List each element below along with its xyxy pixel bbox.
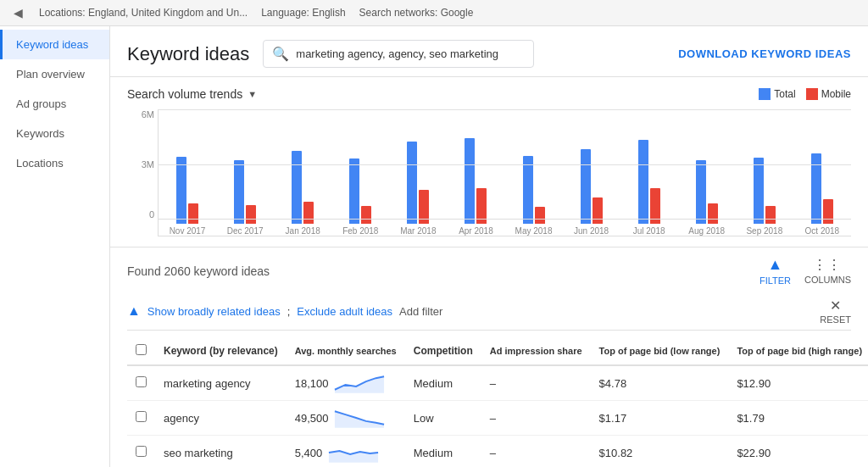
month-group: Apr 2018	[447, 109, 504, 236]
legend-total: Total	[759, 88, 795, 100]
broadly-related-link[interactable]: Show broadly related ideas	[147, 305, 281, 318]
y-label-3m: 3M	[142, 159, 154, 170]
bar-mobile	[361, 206, 371, 224]
month-label: Mar 2018	[400, 224, 436, 236]
bid-low-cell: $4.78	[591, 365, 729, 401]
columns-label: COLUMNS	[804, 275, 851, 285]
chart-title-row: Search volume trends ▼ Total Mobile	[127, 87, 851, 101]
bar-total	[581, 149, 591, 224]
searches-cell: 49,500	[287, 401, 405, 436]
month-label: Jan 2018	[286, 224, 320, 236]
row-checkbox[interactable]	[136, 446, 147, 457]
sidebar-item-keyword-ideas[interactable]: Keyword ideas	[0, 30, 109, 59]
month-group: Sep 2018	[736, 109, 793, 236]
page-title: Keyword ideas	[127, 43, 249, 65]
sidebar-item-locations[interactable]: Locations	[0, 148, 109, 178]
month-group: Feb 2018	[331, 109, 389, 236]
keyword-cell: seo marketing	[155, 436, 287, 468]
month-label: Aug 2018	[688, 224, 725, 236]
bar-mobile	[419, 190, 429, 224]
month-label: Oct 2018	[805, 224, 840, 236]
chevron-down-icon[interactable]: ▼	[248, 89, 257, 99]
found-count: Found 2060 keyword ideas	[127, 264, 270, 278]
filter-left: ▲ Show broadly related ideas ; Exclude a…	[127, 303, 442, 319]
bar-total	[811, 153, 821, 224]
top-bar: ◀ Locations: England, United Kingdom and…	[0, 0, 868, 26]
toolbar-right: ▲ FILTER ⋮⋮ COLUMNS	[760, 256, 851, 286]
bar-mobile	[650, 188, 660, 224]
bar-total	[407, 142, 417, 224]
chart-area: Nov 2017Dec 2017Jan 2018Feb 2018Mar 2018…	[158, 109, 851, 236]
competition-cell: Medium	[405, 365, 481, 401]
search-input[interactable]	[296, 47, 525, 60]
row-checkbox[interactable]	[136, 376, 147, 387]
keyword-cell: agency	[155, 401, 287, 436]
row-checkbox[interactable]	[136, 411, 147, 422]
month-label: May 2018	[515, 224, 553, 236]
y-label-6m: 6M	[142, 109, 154, 120]
month-label: Jun 2018	[574, 224, 609, 236]
search-box[interactable]: 🔍	[263, 40, 534, 68]
download-button[interactable]: DOWNLOAD KEYWORD IDEAS	[678, 47, 851, 60]
month-label: Sep 2018	[746, 224, 782, 236]
bar-mobile	[593, 197, 603, 224]
language-info: Language: English	[261, 7, 345, 19]
month-group: May 2018	[504, 109, 562, 236]
bar-mobile	[476, 188, 487, 224]
reset-button[interactable]: ✕ RESET	[820, 297, 851, 325]
month-group: Nov 2017	[159, 109, 216, 236]
month-label: Jul 2018	[633, 224, 665, 236]
columns-button[interactable]: ⋮⋮ COLUMNS	[804, 257, 851, 285]
search-networks-info: Search networks: Google	[359, 7, 474, 19]
bar-mobile	[765, 206, 776, 224]
bar-mobile	[823, 199, 833, 224]
legend-mobile: Mobile	[806, 88, 851, 100]
bid-low-cell: $10.82	[591, 436, 729, 468]
chart-section: Search volume trends ▼ Total Mobile	[110, 77, 868, 247]
filter-button[interactable]: ▲ FILTER	[760, 256, 791, 286]
month-label: Dec 2017	[227, 224, 264, 236]
month-label: Apr 2018	[459, 224, 493, 236]
bar-mobile	[188, 203, 198, 224]
bid-high-cell: $1.79	[728, 401, 868, 436]
bid-low-cell: $1.17	[591, 401, 729, 436]
competition-cell: Low	[405, 401, 481, 436]
bid-high-cell: $22.90	[728, 436, 868, 468]
month-group: Oct 2018	[793, 109, 851, 236]
impression-cell: –	[481, 436, 591, 468]
collapse-arrow[interactable]: ◀	[10, 5, 25, 20]
chart-bars: Nov 2017Dec 2017Jan 2018Feb 2018Mar 2018…	[158, 109, 851, 236]
sidebar-item-plan-overview[interactable]: Plan overview	[0, 59, 109, 89]
bar-mobile	[303, 202, 314, 224]
total-color-box	[759, 88, 771, 100]
sidebar-item-keywords[interactable]: Keywords	[0, 119, 109, 148]
month-group: Mar 2018	[389, 109, 447, 236]
add-filter-btn[interactable]: Add filter	[399, 305, 442, 318]
main-content: Keyword ideas 🔍 DOWNLOAD KEYWORD IDEAS S…	[110, 26, 868, 467]
close-icon: ✕	[830, 297, 841, 314]
exclude-adult-link[interactable]: Exclude adult ideas	[297, 305, 392, 318]
legend-mobile-label: Mobile	[821, 88, 851, 100]
searches-cell: 18,100	[287, 365, 405, 401]
search-icon: 🔍	[272, 46, 289, 62]
select-all-header[interactable]	[127, 337, 155, 365]
keywords-table: Keyword (by relevance) Avg. monthly sear…	[127, 337, 868, 467]
keyword-cell: marketing agency	[155, 365, 287, 401]
filter-label: FILTER	[760, 275, 791, 286]
col-header-keyword: Keyword (by relevance)	[155, 337, 287, 365]
month-label: Nov 2017	[170, 224, 206, 236]
searches-cell: 5,400	[287, 436, 405, 468]
sidebar: Keyword ideas Plan overview Ad groups Ke…	[0, 26, 110, 467]
keywords-section: Found 2060 keyword ideas ▲ FILTER ⋮⋮ COL…	[110, 247, 868, 467]
month-group: Aug 2018	[678, 109, 736, 236]
month-group: Dec 2017	[216, 109, 274, 236]
bar-mobile	[246, 205, 256, 224]
bar-total	[234, 160, 244, 224]
page-header: Keyword ideas 🔍 DOWNLOAD KEYWORD IDEAS	[110, 26, 868, 77]
sidebar-item-ad-groups[interactable]: Ad groups	[0, 89, 109, 119]
bid-high-cell: $12.90	[728, 365, 868, 401]
locations-info: Locations: England, United Kingdom and U…	[39, 7, 248, 19]
table-row: marketing agency18,100Medium–$4.78$12.90	[127, 365, 868, 401]
select-all-checkbox[interactable]	[136, 344, 147, 355]
chart-title[interactable]: Search volume trends	[127, 87, 242, 101]
